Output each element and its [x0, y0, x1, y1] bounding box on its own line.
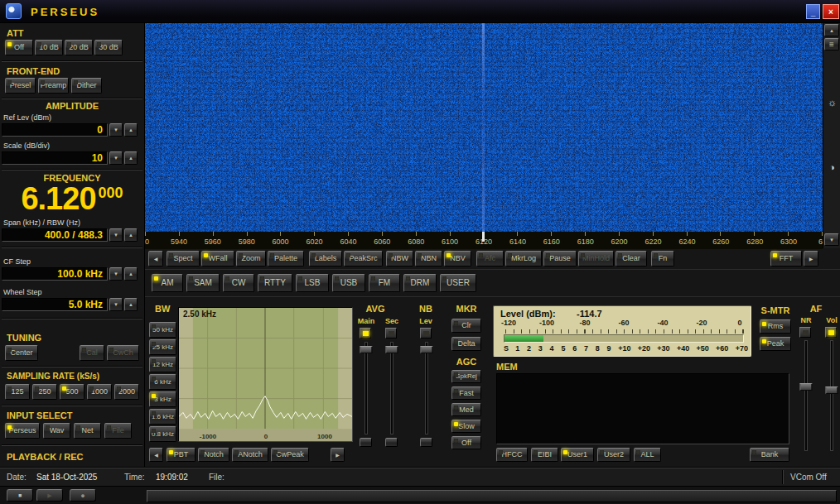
smtr-rms-button[interactable]: Rms — [760, 319, 791, 334]
mode-drm-button[interactable]: DRM — [403, 274, 437, 292]
mem-eibi-button[interactable]: EIBI — [531, 448, 558, 462]
mem-all-button[interactable]: ALL — [634, 448, 661, 462]
nbw-button[interactable]: NBW — [386, 251, 413, 266]
avg-main-slider-end-button[interactable] — [360, 438, 372, 447]
tuning-center-button[interactable]: Center — [5, 345, 38, 361]
pbt-button[interactable]: PBT — [167, 448, 196, 462]
agc-spkrej-button[interactable]: SpkRej — [451, 370, 481, 383]
afc-button[interactable]: Afc — [476, 251, 504, 266]
dither-button[interactable]: Dither — [71, 78, 102, 94]
record-button[interactable]: ● — [70, 489, 96, 502]
slider-thumb[interactable] — [360, 346, 372, 353]
bw-1-6khz-button[interactable]: 1.6 kHz — [149, 409, 176, 425]
slider-thumb[interactable] — [420, 346, 432, 353]
ref-level-value[interactable]: 0 — [2, 123, 108, 137]
af-vol-slider[interactable] — [825, 340, 838, 451]
att-30db-button[interactable]: 30 dB — [94, 40, 123, 55]
toolbar-left-arrow-button[interactable]: ◀ — [148, 251, 163, 266]
preamp-button[interactable]: Preamp — [38, 78, 69, 94]
span-up-button[interactable]: ▲ — [124, 228, 138, 242]
cwpeak-button[interactable]: CwPeak — [271, 448, 309, 462]
tuning-cwch-button[interactable]: CwCh — [107, 345, 139, 361]
bw-12khz-button[interactable]: 12 kHz — [149, 357, 176, 372]
bw-25khz-button[interactable]: 25 kHz — [149, 339, 176, 355]
avg-sec-slider-end-button[interactable] — [385, 438, 398, 447]
cf-step-up-button[interactable]: ▲ — [124, 267, 138, 281]
mem-bank-button[interactable]: Bank — [750, 448, 789, 462]
input-wav-button[interactable]: Wav — [43, 423, 70, 439]
minimize-button[interactable]: _ — [806, 4, 820, 19]
sampling-250-button[interactable]: 250 — [32, 384, 57, 400]
palette-button[interactable]: Palette — [268, 251, 304, 266]
frequency-display[interactable]: 6.120 000 — [0, 184, 144, 217]
sampling-125-button[interactable]: 125 — [5, 384, 30, 400]
mem-hfcc-button[interactable]: HFCC — [496, 448, 528, 462]
sampling-2000-button[interactable]: 2000 — [114, 384, 139, 400]
labels-button[interactable]: Labels — [309, 251, 342, 266]
filter-left-arrow-button[interactable]: ◀ — [149, 448, 163, 462]
play-button[interactable]: ▶ — [36, 489, 63, 502]
scale-value[interactable]: 10 — [2, 151, 108, 165]
fn-button[interactable]: Fn — [651, 251, 674, 266]
waterfall-display[interactable] — [145, 23, 823, 232]
mkr-delta-button[interactable]: Delta — [451, 337, 481, 351]
tuning-cal-button[interactable]: Cal — [80, 345, 104, 361]
ref-level-down-button[interactable]: ▼ — [109, 123, 123, 137]
input-perseus-button[interactable]: Perseus — [5, 423, 40, 439]
filter-right-arrow-button[interactable]: ▶ — [331, 448, 345, 462]
strip-up-arrow-button[interactable]: ▲ — [824, 24, 839, 36]
nbv-button[interactable]: NBV — [444, 251, 471, 266]
avg-sec-led-button[interactable] — [385, 328, 397, 338]
af-vol-led-button[interactable] — [825, 327, 837, 338]
cf-step-down-button[interactable]: ▼ — [109, 267, 123, 281]
af-nr-led-button[interactable] — [799, 327, 811, 338]
slider-thumb[interactable] — [825, 386, 838, 394]
cf-step-value[interactable]: 100.0 kHz — [2, 267, 108, 281]
sampling-1000-button[interactable]: 1000 — [87, 384, 112, 400]
agc-med-button[interactable]: Med — [451, 403, 481, 416]
mode-user-button[interactable]: USER — [440, 274, 476, 292]
bw-3khz-button[interactable]: 3 kHz — [149, 391, 176, 407]
avg-main-slider[interactable] — [360, 342, 372, 434]
strip-menu-button[interactable]: ≡ — [824, 38, 839, 50]
minhold-button[interactable]: MinHold — [578, 251, 614, 266]
bw-6khz-button[interactable]: 6 kHz — [149, 374, 176, 390]
nb-slider-end-button[interactable] — [420, 438, 432, 447]
agc-fast-button[interactable]: Fast — [451, 386, 481, 400]
mkrlog-button[interactable]: MkrLog — [505, 251, 542, 266]
peaksrc-button[interactable]: PeakSrc — [344, 251, 383, 266]
slider-thumb[interactable] — [385, 346, 398, 353]
mode-usb-button[interactable]: USB — [332, 274, 365, 292]
strip-down-arrow-button[interactable]: ▼ — [824, 233, 839, 246]
bw-50khz-button[interactable]: 50 kHz — [149, 322, 176, 338]
mode-lsb-button[interactable]: LSB — [296, 274, 329, 292]
att-10db-button[interactable]: 10 dB — [35, 40, 63, 55]
nb-lev-led-button[interactable] — [420, 328, 432, 338]
wheel-step-up-button[interactable]: ▲ — [124, 298, 138, 311]
mode-fm-button[interactable]: FM — [369, 274, 400, 292]
slider-thumb[interactable] — [799, 383, 812, 391]
brightness-icon[interactable]: ☼ — [823, 96, 840, 109]
att-20db-button[interactable]: 20 dB — [65, 40, 93, 55]
mode-am-button[interactable]: AM — [152, 274, 183, 292]
mem-user1-button[interactable]: User1 — [561, 448, 594, 462]
bw-spectrum-display[interactable]: 2.50 kHz -1000 0 1000 — [178, 307, 353, 442]
contrast-icon[interactable]: ◑ — [823, 161, 840, 174]
agc-off-button[interactable]: Off — [451, 436, 481, 449]
frequency-ruler[interactable]: 20 5940 5960 5980 6000 6020 6040 6060 60… — [145, 232, 823, 249]
pause-button[interactable]: Pause — [543, 251, 577, 266]
mkr-clr-button[interactable]: Clr — [451, 319, 481, 333]
ref-level-up-button[interactable]: ▲ — [124, 123, 138, 137]
mode-cw-button[interactable]: CW — [223, 274, 254, 292]
mem-user2-button[interactable]: User2 — [597, 448, 630, 462]
avg-sec-slider[interactable] — [385, 342, 398, 434]
avg-main-led-button[interactable] — [360, 328, 371, 338]
agc-slow-button[interactable]: Slow — [451, 420, 481, 433]
mode-sam-button[interactable]: SAM — [186, 274, 220, 292]
tuning-marker[interactable] — [482, 232, 485, 242]
anotch-button[interactable]: ANotch — [232, 448, 268, 462]
fft-button[interactable]: FFT — [770, 251, 802, 266]
input-file-button[interactable]: File — [104, 423, 132, 439]
scale-down-button[interactable]: ▼ — [109, 151, 123, 165]
toolbar-right-arrow-button[interactable]: ▶ — [804, 251, 818, 266]
